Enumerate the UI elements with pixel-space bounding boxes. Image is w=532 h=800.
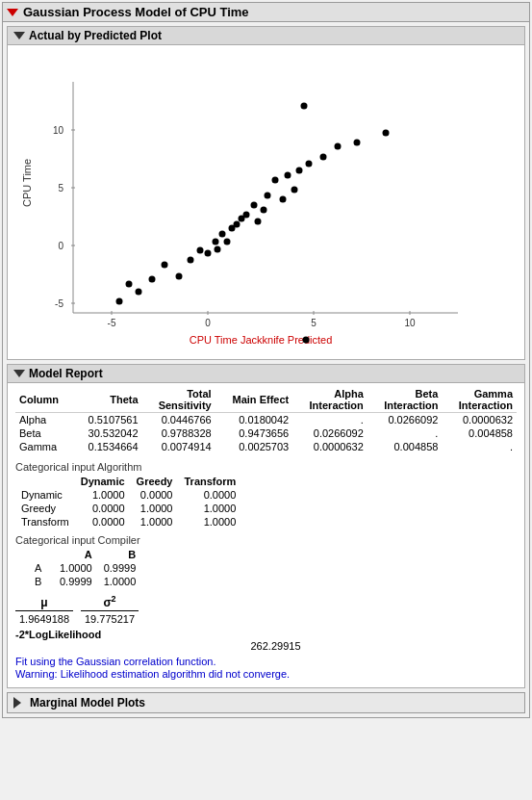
actual-by-predicted-panel: Actual by Predicted Plot CPU Time 10 5 0 bbox=[7, 26, 525, 360]
table-row: Greedy 0.0000 1.0000 1.0000 bbox=[15, 502, 241, 515]
comp-b-a: 0.9999 bbox=[54, 575, 98, 588]
svg-point-24 bbox=[188, 257, 194, 264]
svg-point-38 bbox=[265, 193, 271, 199]
row-gamma-maineffect: 0.0025703 bbox=[215, 440, 293, 453]
model-report-header: Model Report bbox=[8, 365, 524, 383]
svg-point-39 bbox=[272, 177, 279, 184]
sigma-stat: σ2 19.775217 bbox=[81, 594, 139, 625]
svg-point-30 bbox=[224, 239, 231, 245]
marginal-panel: Marginal Model Plots bbox=[7, 692, 525, 713]
svg-point-49 bbox=[303, 337, 310, 344]
alg-gre-gre: 1.0000 bbox=[131, 502, 179, 515]
model-report-title: Model Report bbox=[29, 367, 103, 380]
scatter-chart: CPU Time 10 5 0 -5 -5 bbox=[8, 45, 524, 359]
marginal-expand-icon[interactable] bbox=[13, 697, 21, 709]
table-row: Gamma 0.1534664 0.0074914 0.0025703 0.00… bbox=[15, 440, 517, 453]
row-beta-alpha: 0.0266092 bbox=[292, 426, 367, 440]
alg-row-transform: Transform bbox=[15, 515, 75, 529]
outer-panel: Gaussian Process Model of CPU Time Actua… bbox=[2, 2, 530, 718]
svg-point-48 bbox=[354, 140, 361, 146]
alg-dyn-gre: 0.0000 bbox=[131, 488, 179, 502]
alg-dyn-dyn: 1.0000 bbox=[75, 488, 131, 502]
alg-tra-dyn: 0.0000 bbox=[75, 515, 131, 529]
svg-text:0: 0 bbox=[205, 318, 211, 328]
collapse-icon[interactable] bbox=[7, 9, 18, 16]
svg-text:-5: -5 bbox=[108, 318, 116, 328]
svg-text:0: 0 bbox=[58, 241, 63, 251]
outer-panel-title: Gaussian Process Model of CPU Time bbox=[23, 5, 249, 19]
col-header-total-sens: TotalSensitivity bbox=[142, 387, 215, 413]
alg-tra-tra: 1.0000 bbox=[179, 515, 242, 529]
mu-label: μ bbox=[15, 596, 73, 611]
svg-point-32 bbox=[234, 221, 241, 228]
abp-collapse-icon[interactable] bbox=[13, 32, 25, 39]
svg-point-40 bbox=[280, 196, 287, 203]
row-gamma-alpha: 0.0000632 bbox=[292, 440, 367, 453]
svg-point-42 bbox=[291, 187, 298, 194]
comp-row-b: B bbox=[15, 575, 54, 588]
svg-point-41 bbox=[285, 172, 291, 179]
col-header-alpha: AlphaInteraction bbox=[292, 387, 367, 413]
svg-point-44 bbox=[301, 103, 308, 110]
comp-b-b: 1.0000 bbox=[98, 575, 142, 588]
svg-text:5: 5 bbox=[58, 183, 63, 194]
mr-collapse-icon[interactable] bbox=[13, 370, 25, 377]
alg-gre-dyn: 0.0000 bbox=[75, 502, 131, 515]
table-row: Dynamic 1.0000 0.0000 0.0000 bbox=[15, 488, 241, 502]
abp-title: Actual by Predicted Plot bbox=[29, 29, 162, 42]
svg-point-21 bbox=[149, 276, 156, 283]
row-beta-gamma: 0.004858 bbox=[442, 426, 517, 440]
row-alpha-beta: 0.0266092 bbox=[367, 413, 443, 427]
scatter-svg: CPU Time 10 5 0 -5 -5 bbox=[15, 53, 487, 351]
model-report-content: Column Theta TotalSensitivity Main Effec… bbox=[8, 383, 524, 687]
svg-text:-5: -5 bbox=[55, 298, 63, 309]
comp-header-a: A bbox=[54, 548, 98, 561]
table-row: Transform 0.0000 1.0000 1.0000 bbox=[15, 515, 241, 529]
table-row: A 1.0000 0.9999 bbox=[15, 561, 141, 575]
mu-stat: μ 1.9649188 bbox=[15, 596, 73, 625]
table-row: Beta 30.532042 0.9788328 0.9473656 0.026… bbox=[15, 426, 517, 440]
comp-header-b: B bbox=[98, 548, 142, 561]
row-gamma-totalsens: 0.0074914 bbox=[142, 440, 215, 453]
svg-point-25 bbox=[197, 247, 204, 254]
svg-point-46 bbox=[320, 154, 327, 161]
svg-point-47 bbox=[335, 143, 342, 150]
x-axis-label: CPU Time Jackknife Predicted bbox=[190, 334, 333, 346]
svg-point-28 bbox=[215, 246, 221, 253]
row-alpha-alpha: . bbox=[292, 413, 367, 427]
svg-text:10: 10 bbox=[53, 125, 64, 136]
col-header-theta: Theta bbox=[72, 387, 141, 413]
row-gamma-gamma: . bbox=[442, 440, 517, 453]
row-alpha-totalsens: 0.0446766 bbox=[142, 413, 215, 427]
alg-header-greedy: Greedy bbox=[131, 475, 179, 488]
row-beta-maineffect: 0.9473656 bbox=[215, 426, 293, 440]
svg-point-45 bbox=[306, 161, 313, 168]
alg-row-greedy: Greedy bbox=[15, 502, 75, 515]
marginal-title: Marginal Model Plots bbox=[30, 696, 145, 710]
col-header-gamma: GammaInteraction bbox=[442, 387, 517, 413]
svg-point-29 bbox=[219, 231, 226, 238]
svg-point-50 bbox=[383, 130, 390, 137]
outer-panel-header: Gaussian Process Model of CPU Time bbox=[3, 3, 529, 22]
cat-comp-label: Categorical input Compiler bbox=[15, 534, 517, 546]
loglik-label: -2*LogLikelihood bbox=[15, 629, 517, 640]
svg-point-36 bbox=[255, 219, 262, 225]
svg-point-34 bbox=[243, 212, 250, 219]
row-alpha-theta: 0.5107561 bbox=[72, 413, 141, 427]
alg-header-dynamic: Dynamic bbox=[75, 475, 131, 488]
table-row: B 0.9999 1.0000 bbox=[15, 575, 141, 588]
alg-tra-gre: 1.0000 bbox=[131, 515, 179, 529]
col-header-beta: BetaInteraction bbox=[367, 387, 443, 413]
svg-point-19 bbox=[126, 281, 133, 288]
svg-point-23 bbox=[176, 273, 183, 280]
row-alpha-col: Alpha bbox=[15, 413, 72, 427]
cat-comp-table: A B A 1.0000 0.9999 B 0.9999 1.0000 bbox=[15, 548, 141, 588]
cat-alg-table: Dynamic Greedy Transform Dynamic 1.0000 … bbox=[15, 475, 241, 529]
comp-a-a: 1.0000 bbox=[54, 561, 98, 575]
row-alpha-maineffect: 0.0180042 bbox=[215, 413, 293, 427]
svg-point-18 bbox=[116, 298, 123, 305]
cat-alg-label: Categorical input Algorithm bbox=[15, 461, 517, 473]
alg-row-dynamic: Dynamic bbox=[15, 488, 75, 502]
table-row: Alpha 0.5107561 0.0446766 0.0180042 . 0.… bbox=[15, 413, 517, 427]
model-report-panel: Model Report Column Theta TotalSensitivi… bbox=[7, 364, 525, 688]
